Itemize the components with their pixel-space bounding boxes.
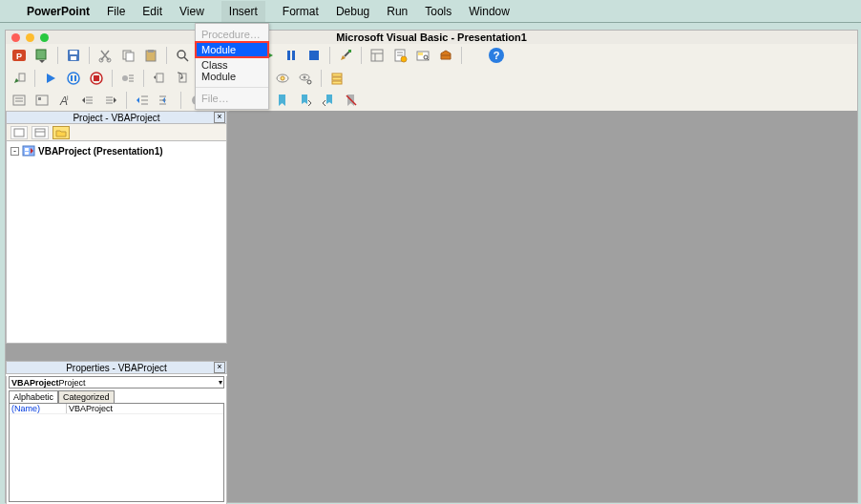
next-bookmark-icon[interactable] xyxy=(296,91,315,110)
menubar-file[interactable]: File xyxy=(107,5,125,18)
svg-rect-36 xyxy=(74,75,76,81)
step-over-icon[interactable] xyxy=(173,69,192,88)
complete-word-icon[interactable] xyxy=(101,91,120,110)
vbaproject-icon xyxy=(22,145,35,157)
menubar-app[interactable]: PowerPoint xyxy=(27,5,90,18)
menu-class-module[interactable]: Class Module xyxy=(196,57,268,84)
panel-splitter[interactable] xyxy=(6,344,227,361)
traffic-lights xyxy=(6,33,49,42)
indent-icon[interactable] xyxy=(133,91,152,110)
properties-grid[interactable]: (Name) VBAProject xyxy=(9,403,224,502)
quick-info-icon[interactable]: Ai xyxy=(55,91,74,110)
toolbar-standard: P ? xyxy=(6,44,857,67)
svg-rect-43 xyxy=(157,74,163,82)
svg-rect-58 xyxy=(13,95,25,105)
play-icon[interactable] xyxy=(41,69,60,88)
paste-icon[interactable] xyxy=(141,46,160,65)
design-mode-icon[interactable] xyxy=(336,46,355,65)
svg-point-25 xyxy=(401,56,407,62)
toggle-folders-icon[interactable] xyxy=(52,126,70,139)
svg-point-51 xyxy=(281,76,284,80)
parameter-info-icon[interactable] xyxy=(78,91,97,110)
quick-watch-icon[interactable] xyxy=(296,69,315,88)
menubar-debug[interactable]: Debug xyxy=(336,5,369,18)
view-object-icon[interactable] xyxy=(32,126,49,139)
cut-icon[interactable] xyxy=(95,46,115,65)
svg-rect-2 xyxy=(36,50,46,59)
svg-rect-55 xyxy=(332,74,342,76)
maximize-icon[interactable] xyxy=(40,33,49,42)
menubar-format[interactable]: Format xyxy=(283,5,319,18)
close-icon[interactable] xyxy=(11,33,20,42)
list-constants-icon[interactable] xyxy=(32,91,52,110)
properties-icon[interactable] xyxy=(390,46,410,65)
svg-rect-16 xyxy=(309,51,319,60)
property-value[interactable]: VBAProject xyxy=(67,404,115,413)
project-explorer-icon[interactable] xyxy=(368,46,387,65)
svg-rect-5 xyxy=(71,56,76,60)
project-toolbar xyxy=(6,124,227,141)
menubar-window[interactable]: Window xyxy=(469,5,510,18)
menubar-insert[interactable]: Insert xyxy=(221,1,265,22)
toolbar-debug: > xyxy=(6,67,857,90)
minimize-icon[interactable] xyxy=(26,33,34,42)
svg-rect-4 xyxy=(70,51,77,54)
menubar-run[interactable]: Run xyxy=(387,5,408,18)
watch-icon[interactable] xyxy=(273,69,292,88)
menu-file: File… xyxy=(196,91,268,106)
find-icon[interactable] xyxy=(173,46,192,65)
bookmark-icon[interactable] xyxy=(273,91,292,110)
titlebar: Microsoft Visual Basic - Presentation1 xyxy=(6,31,857,44)
menubar-tools[interactable]: Tools xyxy=(425,5,452,18)
svg-rect-11 xyxy=(148,50,154,52)
project-root-label: VBAProject (Presentation1) xyxy=(38,146,163,157)
project-tree[interactable]: - VBAProject (Presentation1) xyxy=(6,141,227,344)
reset-icon[interactable] xyxy=(304,46,324,65)
properties-selector-name: VBAProject xyxy=(11,378,59,388)
property-row[interactable]: (Name) VBAProject xyxy=(10,404,223,414)
break-icon[interactable] xyxy=(282,46,301,65)
powerpoint-icon[interactable]: P xyxy=(10,46,29,65)
properties-object-selector[interactable]: VBAProject Project ▾ xyxy=(9,376,224,388)
properties-panel: VBAProject Project ▾ Alphabetic Categori… xyxy=(6,376,227,504)
properties-panel-label: Properties - VBAProject xyxy=(66,363,167,373)
menu-module[interactable]: Module xyxy=(196,42,268,57)
copy-icon[interactable] xyxy=(118,46,137,65)
svg-rect-14 xyxy=(287,51,290,60)
save-icon[interactable] xyxy=(64,46,83,65)
view-code-icon[interactable] xyxy=(10,126,28,139)
help-icon[interactable]: ? xyxy=(487,46,506,65)
clear-bookmarks-icon[interactable] xyxy=(342,91,361,110)
toolbar-edit: Ai xyxy=(6,90,857,111)
call-stack-icon[interactable] xyxy=(327,69,346,88)
project-root[interactable]: - VBAProject (Presentation1) xyxy=(10,145,222,157)
pause-icon[interactable] xyxy=(64,69,83,88)
vbe-window: Microsoft Visual Basic - Presentation1 P xyxy=(5,30,858,503)
svg-rect-15 xyxy=(292,51,295,60)
stop-icon[interactable] xyxy=(87,69,106,88)
toolbox-icon[interactable] xyxy=(436,46,455,65)
window-title: Microsoft Visual Basic - Presentation1 xyxy=(336,32,527,43)
svg-point-53 xyxy=(304,76,306,79)
svg-rect-19 xyxy=(371,50,383,61)
svg-point-39 xyxy=(122,75,128,81)
properties-panel-close-icon[interactable]: × xyxy=(214,362,225,373)
project-panel-close-icon[interactable]: × xyxy=(214,112,225,123)
svg-rect-87 xyxy=(35,129,45,136)
list-properties-icon[interactable] xyxy=(10,91,29,110)
insert-dropdown-icon[interactable] xyxy=(32,46,52,65)
object-browser-icon[interactable] xyxy=(413,46,432,65)
svg-rect-86 xyxy=(14,129,24,136)
toggle-breakpoint-icon[interactable] xyxy=(118,69,137,88)
outdent-icon[interactable] xyxy=(156,91,175,110)
tab-alphabetic[interactable]: Alphabetic xyxy=(9,390,58,403)
compile-icon[interactable] xyxy=(10,69,29,88)
svg-text:?: ? xyxy=(494,50,500,61)
prev-bookmark-icon[interactable] xyxy=(319,91,338,110)
menubar-edit[interactable]: Edit xyxy=(142,5,162,18)
menubar-view[interactable]: View xyxy=(179,5,204,18)
svg-rect-90 xyxy=(25,148,29,151)
step-into-icon[interactable] xyxy=(150,69,169,88)
tab-categorized[interactable]: Categorized xyxy=(58,390,115,403)
tree-collapse-icon[interactable]: - xyxy=(10,147,19,156)
